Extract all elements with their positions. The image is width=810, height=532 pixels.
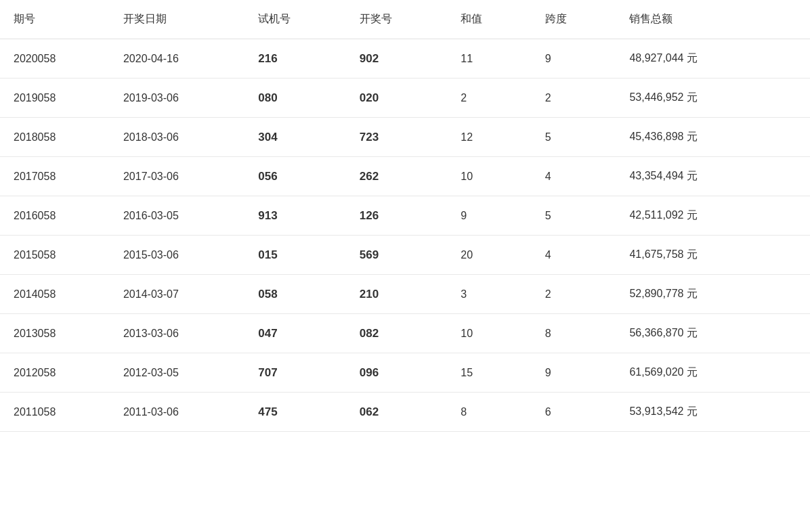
cell-winning: 126 xyxy=(346,196,448,236)
lottery-table: 期号 开奖日期 试机号 开奖号 和值 跨度 销售总额 20200582020-0… xyxy=(0,0,810,432)
cell-sales: 41,675,758 元 xyxy=(616,236,810,275)
table-row: 20200582020-04-1621690211948,927,044 元 xyxy=(0,39,810,79)
cell-trial: 304 xyxy=(244,118,346,157)
cell-span: 4 xyxy=(532,236,616,275)
cell-trial: 056 xyxy=(244,157,346,196)
main-container: 期号 开奖日期 试机号 开奖号 和值 跨度 销售总额 20200582020-0… xyxy=(0,0,810,532)
cell-sum: 11 xyxy=(447,39,532,79)
cell-span: 8 xyxy=(532,314,616,353)
cell-sum: 20 xyxy=(447,236,532,275)
cell-sum: 15 xyxy=(447,353,532,393)
header-sum: 和值 xyxy=(447,0,532,39)
cell-span: 5 xyxy=(532,118,616,157)
cell-winning: 723 xyxy=(346,118,448,157)
table-row: 20170582017-03-0605626210443,354,494 元 xyxy=(0,157,810,196)
table-header-row: 期号 开奖日期 试机号 开奖号 和值 跨度 销售总额 xyxy=(0,0,810,39)
table-row: 20130582013-03-0604708210856,366,870 元 xyxy=(0,314,810,353)
cell-date: 2013-03-06 xyxy=(110,314,244,353)
cell-sales: 43,354,494 元 xyxy=(616,157,810,196)
cell-trial: 015 xyxy=(244,236,346,275)
cell-id: 2011058 xyxy=(0,393,110,432)
header-sales: 销售总额 xyxy=(616,0,810,39)
table-row: 20160582016-03-059131269542,511,092 元 xyxy=(0,196,810,236)
table-row: 20190582019-03-060800202253,446,952 元 xyxy=(0,79,810,118)
header-date: 开奖日期 xyxy=(110,0,244,39)
cell-winning: 020 xyxy=(346,79,448,118)
table-row: 20120582012-03-0570709615961,569,020 元 xyxy=(0,353,810,393)
cell-date: 2012-03-05 xyxy=(110,353,244,393)
cell-id: 2020058 xyxy=(0,39,110,79)
table-row: 20150582015-03-0601556920441,675,758 元 xyxy=(0,236,810,275)
cell-date: 2017-03-06 xyxy=(110,157,244,196)
cell-sales: 48,927,044 元 xyxy=(616,39,810,79)
cell-trial: 707 xyxy=(244,353,346,393)
cell-winning: 082 xyxy=(346,314,448,353)
cell-winning: 902 xyxy=(346,39,448,79)
cell-sum: 12 xyxy=(447,118,532,157)
cell-sales: 53,913,542 元 xyxy=(616,393,810,432)
cell-trial: 475 xyxy=(244,393,346,432)
cell-sum: 2 xyxy=(447,79,532,118)
cell-date: 2011-03-06 xyxy=(110,393,244,432)
cell-sales: 53,446,952 元 xyxy=(616,79,810,118)
cell-trial: 913 xyxy=(244,196,346,236)
cell-id: 2012058 xyxy=(0,353,110,393)
cell-sales: 45,436,898 元 xyxy=(616,118,810,157)
cell-sales: 61,569,020 元 xyxy=(616,353,810,393)
cell-span: 6 xyxy=(532,393,616,432)
cell-sales: 56,366,870 元 xyxy=(616,314,810,353)
cell-winning: 096 xyxy=(346,353,448,393)
table-row: 20140582014-03-070582103252,890,778 元 xyxy=(0,275,810,314)
table-row: 20110582011-03-064750628653,913,542 元 xyxy=(0,393,810,432)
cell-date: 2015-03-06 xyxy=(110,236,244,275)
cell-sum: 10 xyxy=(447,157,532,196)
cell-id: 2018058 xyxy=(0,118,110,157)
cell-span: 9 xyxy=(532,353,616,393)
cell-winning: 569 xyxy=(346,236,448,275)
header-trial: 试机号 xyxy=(244,0,346,39)
cell-sum: 10 xyxy=(447,314,532,353)
cell-winning: 262 xyxy=(346,157,448,196)
cell-trial: 058 xyxy=(244,275,346,314)
cell-date: 2020-04-16 xyxy=(110,39,244,79)
cell-span: 9 xyxy=(532,39,616,79)
header-winning: 开奖号 xyxy=(346,0,448,39)
header-id: 期号 xyxy=(0,0,110,39)
cell-id: 2017058 xyxy=(0,157,110,196)
cell-trial: 047 xyxy=(244,314,346,353)
cell-sum: 9 xyxy=(447,196,532,236)
cell-sales: 52,890,778 元 xyxy=(616,275,810,314)
cell-date: 2019-03-06 xyxy=(110,79,244,118)
cell-sales: 42,511,092 元 xyxy=(616,196,810,236)
table-row: 20180582018-03-0630472312545,436,898 元 xyxy=(0,118,810,157)
cell-date: 2014-03-07 xyxy=(110,275,244,314)
cell-id: 2016058 xyxy=(0,196,110,236)
cell-date: 2016-03-05 xyxy=(110,196,244,236)
cell-winning: 210 xyxy=(346,275,448,314)
cell-id: 2014058 xyxy=(0,275,110,314)
cell-span: 4 xyxy=(532,157,616,196)
cell-span: 2 xyxy=(532,275,616,314)
cell-winning: 062 xyxy=(346,393,448,432)
cell-id: 2015058 xyxy=(0,236,110,275)
cell-id: 2013058 xyxy=(0,314,110,353)
cell-trial: 080 xyxy=(244,79,346,118)
header-span: 跨度 xyxy=(532,0,616,39)
cell-span: 5 xyxy=(532,196,616,236)
cell-date: 2018-03-06 xyxy=(110,118,244,157)
cell-sum: 3 xyxy=(447,275,532,314)
cell-span: 2 xyxy=(532,79,616,118)
cell-id: 2019058 xyxy=(0,79,110,118)
cell-trial: 216 xyxy=(244,39,346,79)
cell-sum: 8 xyxy=(447,393,532,432)
